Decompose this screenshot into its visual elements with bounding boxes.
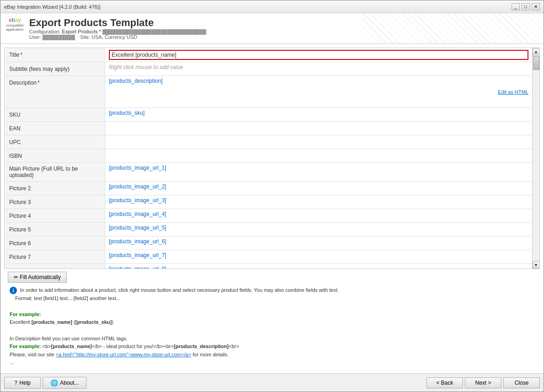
label-subtitle: Subtitle (fees may apply) <box>5 62 105 75</box>
html-example-label: For example: <box>10 344 41 349</box>
picture4-token: [products_image_url_4] <box>109 211 166 217</box>
title-input-wrapper <box>109 50 528 60</box>
label-picture2: Picture 2 <box>5 182 105 195</box>
label-title: Title * <box>5 48 105 62</box>
form-wrapper: Title * Subtitle (fees may apply) Right … <box>4 48 540 269</box>
footer-right: < Back Next > Close <box>426 377 540 388</box>
picture6-token: [products_image_url_6] <box>109 238 166 245</box>
title-bar: eBay Integration Wizard [4.2.0 (Build: 4… <box>0 0 544 13</box>
example-bold-sku: [products_sku] <box>75 319 112 325</box>
value-picture8[interactable]: [products_image_url_8] <box>105 264 532 268</box>
bottom-section: ✏ Fill Automatically i In order to add i… <box>4 269 540 370</box>
value-main-picture[interactable]: [products_image_url_1] <box>105 163 532 181</box>
label-description: Description * <box>5 76 105 107</box>
form-inner[interactable]: Title * Subtitle (fees may apply) Right … <box>5 48 532 268</box>
maximize-button[interactable]: □ <box>522 3 530 11</box>
info-main-text: i In order to add information about a pr… <box>10 286 534 295</box>
fill-automatically-button[interactable]: ✏ Fill Automatically <box>8 272 67 283</box>
form-row-isbn: ISBN <box>5 149 532 163</box>
main-picture-token: [products_image_url_1] <box>109 165 166 171</box>
value-isbn[interactable] <box>105 149 532 162</box>
scroll-up-button[interactable]: ▲ <box>533 48 540 55</box>
ebay-b: b <box>12 17 15 23</box>
picture5-token: [products_image_url_5] <box>109 225 166 231</box>
close-window-button[interactable]: ✕ <box>532 3 540 11</box>
back-button[interactable]: < Back <box>426 377 463 388</box>
form-row-picture6: Picture 6 [products_image_url_6] <box>5 236 532 250</box>
about-icon: 🌐 <box>50 379 58 387</box>
subtitle-placeholder: Right click mouse to add value <box>109 64 183 70</box>
value-subtitle[interactable]: Right click mouse to add value <box>105 62 532 75</box>
label-upc: UPC <box>5 135 105 149</box>
info-section: i In order to add information about a pr… <box>8 286 536 367</box>
value-picture2[interactable]: [products_image_url_2] <box>105 182 532 195</box>
info-visit-text: Please, visit our site <a href="http://m… <box>10 351 534 359</box>
form-row-ean: EAN <box>5 122 532 135</box>
info-for-example: For example: <box>10 311 534 319</box>
help-button[interactable]: ? Help <box>4 377 41 389</box>
label-isbn: ISBN <box>5 149 105 162</box>
value-picture3[interactable]: [products_image_url_3] <box>105 195 532 209</box>
label-picture3: Picture 3 <box>5 195 105 209</box>
title-input[interactable] <box>112 52 526 58</box>
form-row-picture7: Picture 7 [products_image_url_7] <box>5 250 532 264</box>
sku-token: [products_sku] <box>109 110 145 116</box>
ebay-compatible-text: compatibleapplication <box>6 23 24 32</box>
value-title <box>105 48 532 62</box>
info-icon: i <box>10 287 17 294</box>
value-picture7[interactable]: [products_image_url_7] <box>105 250 532 263</box>
picture7-token: [products_image_url_7] <box>109 252 166 258</box>
ebay-e: e <box>9 17 12 23</box>
main-window: eBay Integration Wizard [4.2.0 (Build: 4… <box>0 0 544 392</box>
picture2-token: [products_image_url_2] <box>109 183 166 190</box>
info-html-example: For example: <b>[products_name]</b> - id… <box>10 343 534 351</box>
value-picture6[interactable]: [products_image_url_6] <box>105 236 532 250</box>
main-content: Title * Subtitle (fees may apply) Right … <box>0 44 544 373</box>
about-button[interactable]: 🌐 About... <box>43 377 86 389</box>
label-picture8: Picture 8 <box>5 264 105 268</box>
ebay-logo: ebay compatibleapplication <box>6 17 24 32</box>
form-row-picture4: Picture 4 [products_image_url_4] <box>5 209 532 223</box>
picture3-token: [products_image_url_3] <box>109 197 166 204</box>
close-button[interactable]: Close <box>503 377 540 388</box>
value-ean[interactable] <box>105 122 532 135</box>
label-main-picture: Main Picture (Full URL to be uploaded) <box>5 163 105 181</box>
value-description[interactable]: [products_description] Edit as HTML <box>105 76 532 107</box>
scroll-down-button[interactable]: ▼ <box>533 261 540 268</box>
form-row-picture5: Picture 5 [products_image_url_5] <box>5 223 532 236</box>
user-label: User: <box>29 34 41 40</box>
header-bg-pattern <box>361 13 544 44</box>
app-header: ebay compatibleapplication Export Produc… <box>0 13 544 44</box>
form-row-title: Title * <box>5 48 532 62</box>
info-dots: ... <box>10 359 534 367</box>
description-token: [products_description] <box>109 78 162 84</box>
value-sku[interactable]: [products_sku] <box>105 108 532 121</box>
form-row-sku: SKU [products_sku] <box>5 108 532 122</box>
info-format-text: Format: text [field1] text... [field2] a… <box>10 295 534 303</box>
info-description-text: In Description field you can use common … <box>10 335 534 343</box>
edit-as-html-button[interactable]: Edit as HTML <box>498 89 528 95</box>
user-value: ██████████ <box>43 35 75 40</box>
window-controls: _ □ ✕ <box>512 3 540 11</box>
minimize-button[interactable]: _ <box>512 3 520 11</box>
ebay-y: y <box>18 17 21 23</box>
value-picture5[interactable]: [products_image_url_5] <box>105 223 532 236</box>
label-picture5: Picture 5 <box>5 223 105 236</box>
footer-left: ? Help 🌐 About... <box>4 377 86 389</box>
example-bold-name: [products_name] <box>32 319 72 325</box>
value-upc[interactable] <box>105 135 532 149</box>
value-picture4[interactable]: [products_image_url_4] <box>105 209 532 222</box>
for-example-label: For example: <box>10 311 41 317</box>
scroll-thumb[interactable] <box>533 56 539 70</box>
site-label: Site: <box>80 34 92 40</box>
form-row-picture3: Picture 3 [products_image_url_3] <box>5 195 532 209</box>
vertical-scrollbar[interactable]: ▲ ▼ <box>532 48 539 268</box>
label-picture4: Picture 4 <box>5 209 105 222</box>
next-button[interactable]: Next > <box>465 377 501 388</box>
help-icon: ? <box>14 380 17 386</box>
info-example-line: Excellent [products_name] ([products_sku… <box>10 318 534 327</box>
visit-link[interactable]: <a href="http://my-store-url.com">www.my… <box>56 352 191 357</box>
label-ean: EAN <box>5 122 105 135</box>
form-row-subtitle: Subtitle (fees may apply) Right click mo… <box>5 62 532 76</box>
config-value: Export Products * ██████████████████████… <box>62 29 206 34</box>
